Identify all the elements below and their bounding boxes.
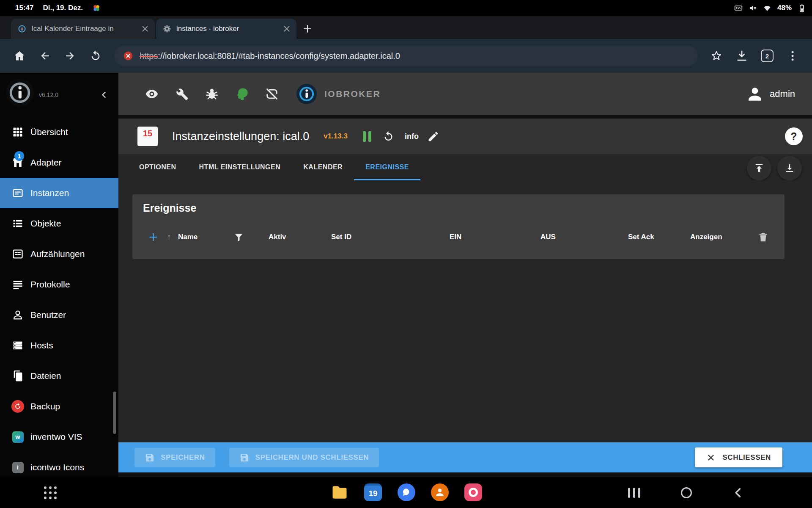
inventwo-vis-icon: w: [11, 430, 25, 444]
browser-toolbar: https://iobroker.local:8081/#tab-instanc…: [0, 39, 812, 73]
new-tab-button[interactable]: [298, 19, 317, 39]
delete-all-trash-icon[interactable]: [757, 232, 769, 243]
save-and-close-button-label: SPEICHERN UND SCHLIESSEN: [255, 453, 369, 462]
nav-buttons: [628, 477, 744, 508]
sidebar-scrollbar[interactable]: [113, 392, 116, 434]
tab-optionen[interactable]: OPTIONEN: [128, 154, 188, 180]
iobroker-logo: [6, 79, 34, 107]
url-text: https://iobroker.local:8081/#tab-instanc…: [140, 51, 400, 61]
keyboard-icon: [734, 4, 743, 12]
browser-menu-button[interactable]: [780, 43, 805, 69]
wifi-icon: [763, 4, 771, 12]
wrench-icon[interactable]: [175, 87, 189, 101]
camera-app-icon[interactable]: [464, 483, 483, 502]
admin-main: IOBROKER admin 15 Instanzeinstellungen: …: [118, 73, 812, 477]
users-icon: [11, 308, 25, 322]
dock: 19: [330, 483, 483, 502]
pause-instance-icon[interactable]: [363, 131, 371, 142]
close-tab-icon[interactable]: [140, 24, 150, 33]
user-name: admin: [770, 88, 795, 99]
battery-icon: [798, 4, 806, 12]
sidebar-item-instanzen[interactable]: Instanzen: [0, 178, 118, 208]
browser-tab-instances[interactable]: instances - iobroker: [156, 19, 296, 39]
gear-favicon: [163, 25, 171, 33]
sync-disabled-icon[interactable]: [265, 87, 279, 101]
backup-icon: [11, 400, 25, 413]
column-header-anzeigen: Anzeigen: [690, 233, 722, 241]
events-panel-title: Ereignisse: [143, 202, 196, 214]
files-copy-icon: [11, 369, 25, 383]
events-panel: Ereignisse ↑ Name Aktiv Set ID EIN: [132, 194, 785, 259]
import-config-button[interactable]: [747, 156, 771, 180]
sidebar-item-adapter[interactable]: 1 Adapter: [0, 147, 118, 178]
filter-funnel-icon[interactable]: [233, 232, 244, 243]
save-and-close-button[interactable]: SPEICHERN UND SCHLIESSEN: [229, 448, 379, 467]
tab-switcher-button[interactable]: 2: [754, 43, 780, 69]
url-bar[interactable]: https://iobroker.local:8081/#tab-instanc…: [114, 46, 698, 66]
browser-tab-ical[interactable]: Ical Kalender Eintraage in: [11, 19, 155, 39]
sidebar-item-backup[interactable]: Backup: [0, 391, 118, 422]
tab-kalender[interactable]: KALENDER: [292, 154, 354, 180]
recents-button[interactable]: [628, 488, 640, 498]
save-button[interactable]: SPEICHERN: [134, 448, 215, 467]
contacts-app-icon[interactable]: [431, 483, 449, 502]
user-menu[interactable]: admin: [746, 85, 795, 103]
forward-button[interactable]: [58, 43, 83, 69]
app-drawer-button[interactable]: [44, 486, 57, 499]
tab-html-einstellungen[interactable]: HTML EINSTELLUNGEN: [188, 154, 292, 180]
nav-home-button[interactable]: [681, 487, 692, 498]
column-header-name[interactable]: Name: [178, 233, 198, 241]
mute-icon: [749, 4, 757, 12]
reload-button[interactable]: [83, 43, 108, 69]
restart-instance-icon[interactable]: [382, 130, 395, 143]
config-tabs: OPTIONEN HTML EINSTELLUNGEN KALENDER ERE…: [118, 154, 812, 180]
messages-app-icon[interactable]: [397, 483, 416, 502]
android-status-bar: 15:47 Di., 19. Dez. 48%: [0, 0, 812, 16]
sidebar-item-icontwo-icons[interactable]: i icontwo Icons: [0, 452, 118, 477]
help-button[interactable]: ?: [785, 127, 803, 145]
url-rest: ://iobroker.local:8081/#tab-instances/co…: [158, 51, 400, 61]
instances-icon: [11, 186, 25, 200]
instance-header: 15 Instanzeinstellungen: ical.0 v1.13.3 …: [118, 119, 812, 154]
expert-mode-icon[interactable]: [235, 87, 249, 101]
sidebar-item-protokolle[interactable]: Protokolle: [0, 269, 118, 300]
close-tab-icon[interactable]: [282, 24, 291, 33]
instance-title: Instanzeinstellungen: ical.0: [172, 130, 309, 143]
icontwo-icons-icon: i: [11, 461, 25, 474]
photos-icon: [92, 4, 101, 12]
save-button-label: SPEICHERN: [161, 453, 205, 462]
close-button[interactable]: SCHLIESSEN: [695, 447, 782, 467]
sidebar-item-objekte[interactable]: Objekte: [0, 208, 118, 239]
ical-icon-day: 15: [137, 127, 158, 141]
back-button[interactable]: [32, 43, 58, 69]
column-header-ein: EIN: [450, 233, 461, 241]
tab-ereignisse[interactable]: EREIGNISSE: [354, 154, 420, 180]
tab-count: 2: [761, 50, 774, 62]
sidebar-item-uebersicht[interactable]: Übersicht: [0, 117, 118, 147]
bug-icon[interactable]: [205, 87, 219, 101]
brand: IOBROKER: [296, 84, 381, 104]
edit-pencil-icon[interactable]: [427, 130, 439, 143]
sidebar-item-benutzer[interactable]: Benutzer: [0, 300, 118, 330]
sidebar-item-dateien[interactable]: Dateien: [0, 361, 118, 391]
visibility-eye-icon[interactable]: [145, 87, 159, 101]
log-level-label[interactable]: info: [405, 132, 419, 141]
sidebar-item-inventwo-vis[interactable]: w inventwo VIS: [0, 422, 118, 452]
sidebar-item-aufzaehlungen[interactable]: Aufzählungen: [0, 239, 118, 269]
sort-arrow-icon[interactable]: ↑: [167, 232, 171, 242]
collapse-sidebar-button[interactable]: [96, 86, 112, 103]
bookmark-star-button[interactable]: [704, 43, 729, 69]
sidebar-item-hosts[interactable]: Hosts: [0, 330, 118, 361]
home-button[interactable]: [7, 43, 32, 69]
export-config-button[interactable]: [777, 156, 802, 180]
calendar-app-icon[interactable]: 19: [364, 483, 382, 502]
column-header-aktiv: Aktiv: [269, 233, 286, 241]
admin-appbar: IOBROKER admin: [118, 73, 812, 115]
files-app-icon[interactable]: [330, 483, 349, 502]
download-button[interactable]: [729, 43, 754, 69]
column-header-set-ack: Set Ack: [628, 233, 654, 241]
nav-back-button[interactable]: [732, 487, 744, 499]
add-event-button[interactable]: [148, 232, 159, 243]
security-warning-icon[interactable]: [123, 50, 134, 61]
column-header-aus: AUS: [540, 233, 556, 241]
